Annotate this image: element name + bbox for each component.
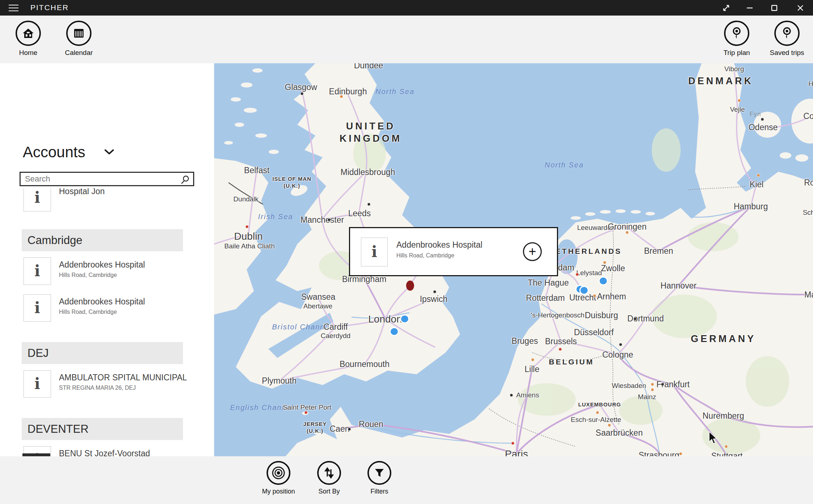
map-label: Esch-sur-Alzette: [571, 415, 621, 424]
close-icon[interactable]: [788, 0, 812, 16]
map-label: Saint Peter Port: [283, 403, 331, 412]
city-dot: [367, 203, 371, 206]
city-dot: [651, 388, 654, 392]
map-label: Plymouth: [262, 376, 297, 386]
map-label: North Sea: [545, 161, 584, 170]
city-dot: [559, 348, 562, 351]
search-input[interactable]: [21, 173, 193, 185]
city-dot: [603, 261, 606, 264]
map-label: JERSEY (U.K.): [303, 421, 327, 435]
map-label: Lille: [525, 364, 540, 375]
group-header-cambridge: Cambridge: [22, 229, 183, 251]
info-icon: i: [24, 370, 51, 398]
map-label: Mainz: [638, 393, 656, 401]
map-label: Middlesbrough: [341, 167, 395, 178]
expand-icon[interactable]: [714, 0, 738, 16]
search-box: [20, 172, 194, 186]
minimize-icon[interactable]: [738, 0, 762, 16]
search-icon[interactable]: [180, 175, 190, 185]
nav-button-label: Saved trips: [762, 49, 812, 57]
trip-pin-icon: [774, 21, 800, 46]
map-label: 's-Hertogenbosch: [531, 311, 584, 320]
hamburger-menu-icon[interactable]: [7, 3, 25, 13]
add-to-trip-button[interactable]: +: [523, 242, 542, 261]
map-label: Cologne: [602, 350, 633, 360]
map-label: Bruges: [512, 336, 538, 346]
city-dot: [576, 273, 579, 276]
city-dot: [246, 225, 249, 228]
city-dot: [305, 411, 308, 414]
city-dot: [634, 317, 637, 321]
accounts-title: Accounts: [23, 144, 85, 161]
nav-button-calendar[interactable]: Calendar: [54, 21, 104, 57]
top-toolbar: HomeCalendar Trip planSaved trips: [0, 16, 813, 63]
list-item[interactable]: iAddenbrookes HospitalHills Road, Cambri…: [24, 294, 214, 322]
city-dot: [619, 343, 622, 346]
city-dot: [761, 118, 764, 121]
map-label: North Sea: [375, 87, 414, 96]
map-label: Rouen: [359, 419, 383, 430]
clipped-item-icon: [22, 453, 50, 456]
nav-button-home[interactable]: Home: [3, 21, 54, 57]
list-item-title: Addenbrookes Hospital: [59, 260, 145, 270]
city-dot: [626, 231, 629, 234]
list-item-title: AMBULATOR SPITAL MUNICIPAL: [59, 373, 187, 383]
map-popup[interactable]: i Addenbrookes Hospital Hills Road, Camb…: [349, 227, 558, 276]
bottom-button-filters[interactable]: Filters: [352, 461, 406, 495]
info-icon: i: [24, 294, 51, 322]
map-pin-blue[interactable]: [579, 286, 589, 295]
map-pin-red[interactable]: [406, 281, 414, 291]
bottom-button-sort-by[interactable]: Sort By: [302, 461, 356, 495]
maximize-icon[interactable]: [762, 0, 786, 16]
list-item[interactable]: iAMBULATOR SPITAL MUNICIPALSTR REGINA MA…: [24, 370, 214, 398]
map-label: Sch: [803, 208, 813, 217]
map-pin-blue[interactable]: [599, 277, 608, 286]
map-label: Kiel: [750, 179, 763, 190]
map-label: Viborg: [724, 65, 744, 73]
list-item[interactable]: iBENU St Jozef-VoorstadLouis Pasteurstra…: [24, 446, 214, 456]
nav-button-saved-trips[interactable]: Saved trips: [762, 21, 812, 57]
map-label: NETHERLANDS: [549, 247, 622, 256]
map-label: Bremen: [644, 246, 673, 256]
map-label: Bournemouth: [340, 359, 390, 370]
map-label: Ro: [804, 178, 813, 188]
app-title: PITCHER: [30, 3, 69, 12]
nav-button-label: Calendar: [54, 49, 104, 57]
mouse-cursor: [708, 431, 719, 445]
map-label: Groningen: [608, 222, 646, 232]
city-dot: [593, 294, 596, 298]
bottom-button-my-position[interactable]: My position: [251, 461, 306, 495]
map-label: Nuremberg: [702, 411, 744, 421]
info-icon: i: [24, 188, 51, 212]
map-label: Wiesbaden: [612, 381, 646, 390]
map-label: Duisburg: [585, 310, 618, 321]
city-dot: [433, 290, 437, 294]
nav-button-trip-plan[interactable]: Trip plan: [711, 21, 762, 57]
group-header-deventer: DEVENTER: [22, 418, 183, 440]
accounts-list: CambridgeiAddenbrookes HospitalHills Roa…: [0, 229, 214, 456]
calendar-icon: [66, 21, 91, 46]
info-icon: i: [361, 238, 388, 266]
city-dot: [340, 95, 343, 98]
sort-icon: [317, 461, 341, 485]
map[interactable]: DundeeGlasgowEdinburghNorth SeaUNITED KI…: [214, 63, 813, 456]
filter-icon: [367, 461, 391, 485]
accounts-dropdown[interactable]: Accounts: [23, 144, 114, 161]
map-pin-blue[interactable]: [390, 327, 399, 336]
map-label: Saarbrücken: [596, 428, 643, 438]
list-item[interactable]: i Hospital Jon: [24, 188, 214, 212]
map-label: Ma: [804, 290, 813, 300]
list-item[interactable]: iAddenbrookes HospitalHills Road, Cambri…: [24, 257, 214, 285]
map-label: Leeds: [348, 208, 371, 219]
app-window: PITCHER HomeCalendar Trip planSaved trip…: [0, 0, 813, 504]
city-dot: [651, 383, 654, 386]
map-label: The Hague: [528, 278, 569, 288]
map-label: Brussels: [545, 336, 577, 347]
city-dot: [531, 358, 535, 362]
map-label: Glasgow: [285, 82, 317, 93]
map-label: Manchester: [301, 215, 344, 225]
map-pin-blue[interactable]: [400, 315, 409, 324]
city-dot: [679, 452, 682, 456]
city-dot: [301, 92, 304, 95]
chevron-down-icon: [104, 149, 114, 155]
